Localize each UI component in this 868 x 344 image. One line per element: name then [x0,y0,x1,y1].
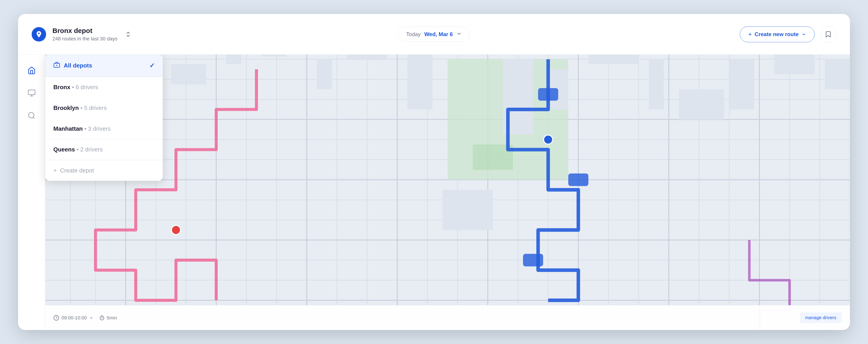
depot-item-queens[interactable]: Queens • 2 drivers [45,139,163,160]
browser-window: Bronx depot 248 routes in the last 30 da… [18,14,850,330]
date-value: Wed, Mar 6 [424,31,453,37]
svg-rect-74 [45,55,850,330]
map-background: 09:00-10:00 5min manage drivers [45,55,850,330]
plus-icon: + [748,31,752,38]
depot-manhattan-count: • 3 drivers [83,125,111,132]
create-depot-plus-icon: + [53,167,57,174]
header-right: + Create new route [568,26,836,42]
map-svg [45,55,850,330]
depot-bronx-count: • 6 drivers [70,84,98,91]
all-depots-left: All depots [53,61,92,70]
depot-dropdown: All depots ✓ Bronx • 6 drivers Brooklyn … [45,55,163,181]
depot-brooklyn-count: • 5 drivers [79,104,107,111]
depot-item-manhattan[interactable]: Manhattan • 3 drivers [45,118,163,139]
bottom-bar: 09:00-10:00 5min manage drivers [45,305,850,330]
depot-name: Bronx depot [53,27,117,35]
header: Bronx depot 248 routes in the last 30 da… [18,14,850,55]
date-chevron-icon [456,31,462,37]
svg-line-4 [33,117,35,119]
depot-info: Bronx depot 248 routes in the last 30 da… [53,27,117,42]
create-depot-label: Create depot [60,167,94,174]
sidebar-item-home[interactable] [25,64,38,77]
depot-manhattan-name: Manhattan [53,125,83,132]
sidebar-item-dashboard[interactable] [25,86,38,100]
header-center: Today Wed, Mar 6 [300,27,568,42]
date-selector[interactable]: Today Wed, Mar 6 [398,27,470,42]
chevron-updown-icon[interactable] [124,30,133,39]
bookmark-button[interactable] [820,26,836,42]
date-today-label: Today [406,31,421,37]
clock-icon [53,315,59,321]
location-pin-icon [32,27,46,41]
create-depot-item[interactable]: + Create depot [45,160,163,181]
sidebar [18,55,45,330]
depot-queens-name: Queens [53,146,75,153]
bookmark-icon [825,31,832,38]
sidebar-item-search[interactable] [25,109,38,122]
create-route-chevron-icon [801,32,806,37]
create-route-button[interactable]: + Create new route [740,26,815,42]
svg-point-3 [29,113,34,118]
stopwatch-icon [99,315,105,321]
depot-routes: 248 routes in the last 30 days [53,36,117,42]
depot-item-brooklyn[interactable]: Brooklyn • 5 drivers [45,98,163,118]
svg-rect-0 [28,90,35,95]
time-range: 09:00-10:00 [53,315,94,321]
depot-bronx-name: Bronx [53,84,70,91]
depot-item-bronx[interactable]: Bronx • 6 drivers [45,77,163,98]
stop-label: 5min [107,315,117,320]
main-content: All depots ✓ Bronx • 6 drivers Brooklyn … [18,55,850,330]
map-area: 09:00-10:00 5min manage drivers [45,55,850,330]
all-depots-label: All depots [64,62,92,69]
check-icon: ✓ [149,62,155,69]
time-label: 09:00-10:00 [61,315,87,320]
header-left: Bronx depot 248 routes in the last 30 da… [32,27,300,42]
manage-drivers-button[interactable]: manage drivers [800,312,842,323]
all-depots-icon [53,61,60,70]
create-route-label: Create new route [754,31,799,37]
stop-info: 5min [99,315,117,321]
depot-brooklyn-name: Brooklyn [53,104,79,111]
time-chevron-icon [89,316,94,320]
all-depots-item[interactable]: All depots ✓ [45,55,163,77]
depot-queens-count: • 2 drivers [75,146,103,153]
